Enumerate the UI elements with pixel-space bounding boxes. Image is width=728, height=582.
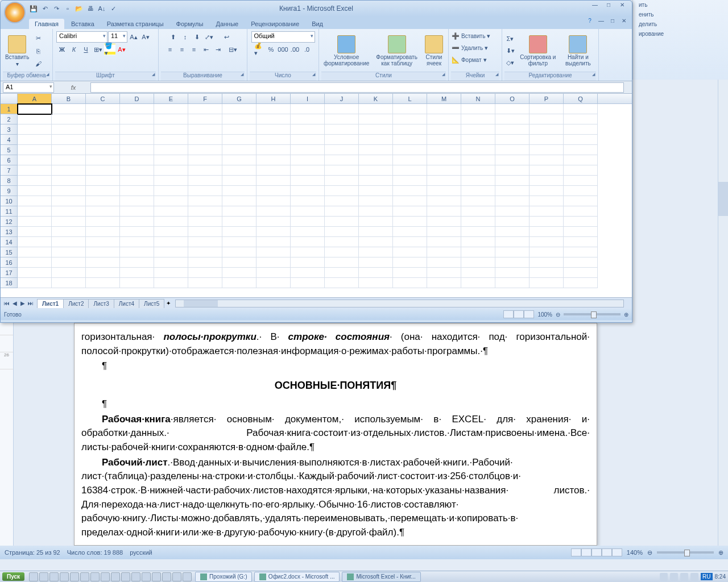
cell-B16[interactable] — [52, 257, 86, 268]
cell-P1[interactable] — [530, 104, 564, 114]
cell-H16[interactable] — [257, 257, 291, 268]
cell-G13[interactable] — [222, 227, 257, 237]
cell-A14[interactable] — [18, 237, 52, 247]
cell-M1[interactable] — [427, 104, 461, 114]
cell-M12[interactable] — [427, 217, 461, 227]
cell-P8[interactable] — [530, 176, 564, 186]
cell-M17[interactable] — [427, 268, 461, 278]
group-label[interactable]: Шрифт — [55, 72, 156, 81]
cell-K14[interactable] — [359, 237, 393, 247]
col-header-B[interactable]: B — [52, 94, 86, 103]
cell-A18[interactable] — [18, 278, 52, 288]
cell-Q1[interactable] — [564, 104, 598, 114]
cell-M10[interactable] — [427, 196, 461, 206]
cell-H9[interactable] — [257, 186, 291, 196]
cell-D7[interactable] — [120, 165, 154, 176]
cell-E2[interactable] — [154, 114, 188, 124]
merge-button[interactable]: ⊟▾ — [224, 44, 241, 55]
cell-M11[interactable] — [427, 206, 461, 217]
cell-G16[interactable] — [222, 257, 257, 268]
cell-L17[interactable] — [393, 268, 427, 278]
cell-E14[interactable] — [154, 237, 188, 247]
italic-button[interactable]: К — [68, 44, 80, 55]
cell-B13[interactable] — [52, 227, 86, 237]
cell-J7[interactable] — [325, 165, 359, 176]
cell-F7[interactable] — [188, 165, 222, 176]
col-header-L[interactable]: L — [393, 94, 427, 103]
cell-N1[interactable] — [461, 104, 495, 114]
save-icon[interactable]: 💾 — [29, 4, 38, 13]
cell-J4[interactable] — [325, 135, 359, 145]
ribbon-tab-Формулы[interactable]: Формулы — [171, 19, 209, 29]
tray-icon[interactable] — [660, 573, 668, 581]
cell-D6[interactable] — [120, 155, 154, 165]
zoom-plus[interactable]: ⊕ — [718, 549, 723, 556]
doc-restore[interactable]: □ — [608, 18, 617, 26]
cell-Q18[interactable] — [564, 278, 598, 288]
ql-icon[interactable] — [49, 572, 59, 581]
cell-I3[interactable] — [291, 124, 325, 135]
word-zoom[interactable]: 140% — [627, 549, 643, 556]
cell-M2[interactable] — [427, 114, 461, 124]
cell-Q2[interactable] — [564, 114, 598, 124]
group-label[interactable]: Буфер обмена — [3, 72, 50, 81]
row-header-15[interactable]: 15 — [1, 247, 18, 257]
row-header-9[interactable]: 9 — [1, 186, 18, 196]
cell-Q9[interactable] — [564, 186, 598, 196]
cell-A17[interactable] — [18, 268, 52, 278]
cell-A12[interactable] — [18, 217, 52, 227]
start-button[interactable]: Пуск — [2, 572, 24, 581]
cell-L5[interactable] — [393, 145, 427, 155]
cell-E1[interactable] — [154, 104, 188, 114]
cell-N5[interactable] — [461, 145, 495, 155]
ql-icon[interactable] — [183, 572, 192, 581]
col-header-K[interactable]: K — [359, 94, 393, 103]
cell-G2[interactable] — [222, 114, 257, 124]
cell-O14[interactable] — [495, 237, 530, 247]
cell-N13[interactable] — [461, 227, 495, 237]
ribbon-tab-Данные[interactable]: Данные — [210, 19, 244, 29]
view-buttons[interactable] — [503, 310, 534, 318]
group-label[interactable]: Число — [250, 72, 316, 81]
cell-E8[interactable] — [154, 176, 188, 186]
cell-H17[interactable] — [257, 268, 291, 278]
formula-input[interactable] — [90, 82, 624, 93]
cell-A16[interactable] — [18, 257, 52, 268]
ql-icon[interactable] — [90, 572, 100, 581]
cell-C2[interactable] — [86, 114, 120, 124]
cell-C16[interactable] — [86, 257, 120, 268]
cell-O5[interactable] — [495, 145, 530, 155]
cell-I14[interactable] — [291, 237, 325, 247]
cell-I12[interactable] — [291, 217, 325, 227]
cell-J1[interactable] — [325, 104, 359, 114]
cell-J17[interactable] — [325, 268, 359, 278]
ribbon-tab-Рецензирование[interactable]: Рецензирование — [245, 19, 305, 29]
cell-N16[interactable] — [461, 257, 495, 268]
cell-D17[interactable] — [120, 268, 154, 278]
row-header-17[interactable]: 17 — [1, 268, 18, 278]
cell-M4[interactable] — [427, 135, 461, 145]
select-all-corner[interactable] — [1, 94, 18, 103]
cell-P5[interactable] — [530, 145, 564, 155]
cell-C1[interactable] — [86, 104, 120, 114]
col-header-I[interactable]: I — [291, 94, 325, 103]
cell-N9[interactable] — [461, 186, 495, 196]
help-icon[interactable]: ? — [585, 18, 594, 26]
row-header-18[interactable]: 18 — [1, 278, 18, 288]
cell-F14[interactable] — [188, 237, 222, 247]
cell-K10[interactable] — [359, 196, 393, 206]
tray-icon[interactable] — [680, 573, 688, 581]
cell-E16[interactable] — [154, 257, 188, 268]
cell-C15[interactable] — [86, 247, 120, 257]
cell-G11[interactable] — [222, 206, 257, 217]
cell-Q7[interactable] — [564, 165, 598, 176]
cell-M9[interactable] — [427, 186, 461, 196]
cell-Q10[interactable] — [564, 196, 598, 206]
cell-J10[interactable] — [325, 196, 359, 206]
cell-E6[interactable] — [154, 155, 188, 165]
currency-icon[interactable]: 💰▾ — [254, 44, 265, 55]
cell-A15[interactable] — [18, 247, 52, 257]
cell-P2[interactable] — [530, 114, 564, 124]
cell-H18[interactable] — [257, 278, 291, 288]
open-icon[interactable]: 📂 — [75, 4, 84, 13]
